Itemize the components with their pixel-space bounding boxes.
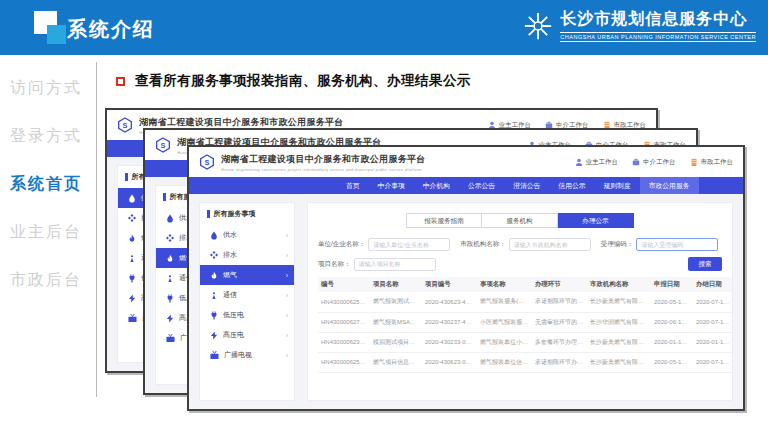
search-button[interactable]: 搜索 [688, 257, 722, 271]
sidebar-item-owner-backend[interactable]: 业主后台 [10, 222, 82, 243]
platform-title: 湖南省工程建设项目中介服务和市政公用服务平台 [139, 116, 344, 129]
briefcase-icon [632, 158, 640, 166]
tv-icon [128, 314, 137, 323]
search-form: 单位/企业名称： 市政机构名称： 受理编码： [318, 238, 722, 271]
content-panel: 报装服务指南 服务机构 办理公示 单位/企业名称： 市政机构名称： [307, 202, 733, 401]
service-item-gas[interactable]: 燃气› [200, 265, 294, 285]
service-item-high-voltage[interactable]: 高压电› [200, 325, 294, 345]
platform-logo-icon: S [155, 137, 171, 153]
nav-credit[interactable]: 信用公示 [549, 177, 594, 194]
nav-intermediary-matters[interactable]: 中介事项 [369, 177, 414, 194]
svg-text:S: S [205, 158, 210, 167]
sidebar-item-home[interactable]: 系统首页 [10, 174, 82, 195]
drainage-icon [210, 251, 218, 259]
top-banner: 系统介绍 长沙市规划信息服务中心 CHANGSHA URBAN PLANNING… [0, 0, 768, 55]
building-icon [690, 158, 698, 166]
sidebar-item-municipal-backend[interactable]: 市政后台 [10, 270, 82, 291]
platform-nav: 首页 中介事项 中介机构 公示公告 澄清公告 信用公示 规则制度 市政公用服务 [189, 177, 743, 194]
screenshot-window-front: S 湖南省工程建设项目中介服务和市政公用服务平台 Hunan engineeri… [187, 145, 745, 411]
field-company-name: 单位/企业名称： [318, 238, 450, 251]
service-sidebar-title: 所有服务事项 [207, 209, 294, 219]
nav-municipal-services[interactable]: 市政公用服务 [640, 177, 699, 194]
org-snowflake-icon [523, 11, 553, 41]
field-project-name: 项目名称： [318, 258, 436, 271]
user-icon [575, 158, 583, 166]
platform-logo-icon: S [199, 154, 215, 170]
org-block: 长沙市规划信息服务中心 CHANGSHA URBAN PLANNING INFO… [523, 9, 756, 42]
window-body: 所有服务事项 供水› 排水› 燃气› 通信› [189, 194, 743, 409]
field-acceptance-code: 受理编码： [601, 238, 719, 251]
heading-text: 查看所有服务事项报装指南、服务机构、办理结果公示 [135, 72, 471, 90]
flame-icon [128, 234, 136, 243]
bolt-icon [166, 314, 174, 323]
window-header: S 湖南省工程建设项目中介服务和市政公用服务平台 Hunan engineeri… [189, 147, 743, 177]
vertical-divider [96, 62, 97, 397]
plug-icon [166, 294, 174, 303]
results-table: 编号 项目名称 项目编号 事项名称 办理环节 市政机构名称 申报日期 办结日期 [318, 277, 733, 373]
nav-rules[interactable]: 规则制度 [595, 177, 640, 194]
table-row: HN430000625JUC…燃气项目信息测试 (202…2020-430623… [318, 352, 733, 372]
service-item-telecom[interactable]: 通信› [200, 285, 294, 305]
field-municipal-org-name: 市政机构名称： [460, 238, 591, 251]
company-name-input[interactable] [368, 238, 450, 251]
org-name-cn: 长沙市规划信息服务中心 [560, 9, 756, 30]
service-item-broadcast-tv[interactable]: 广播电视› [200, 345, 294, 365]
table-row: HN4300006233OC…模拟测试项目测试 (202…2020-430233… [318, 332, 733, 352]
flame-icon [166, 254, 174, 263]
bolt-icon [128, 294, 136, 303]
slide-title: 系统介绍 [67, 16, 155, 43]
sidebar-item-login[interactable]: 登录方式 [10, 126, 82, 147]
municipal-workbench-link[interactable]: 市政工作台 [690, 158, 734, 167]
antenna-icon [166, 274, 174, 283]
red-square-bullet-icon [116, 77, 125, 86]
slide: 系统介绍 长沙市规划信息服务中心 CHANGSHA URBAN PLANNING… [0, 0, 768, 432]
tv-icon [210, 351, 219, 360]
tv-icon [166, 334, 175, 343]
service-item-low-voltage[interactable]: 低压电› [200, 305, 294, 325]
bullet-heading: 查看所有服务事项报装指南、服务机构、办理结果公示 [116, 72, 471, 90]
antenna-icon [210, 291, 218, 300]
svg-text:S: S [123, 121, 128, 130]
nav-clarifications[interactable]: 澄清公告 [504, 177, 549, 194]
water-drop-icon [210, 231, 218, 240]
intermediary-workbench-link[interactable]: 中介工作台 [632, 158, 676, 167]
acceptance-code-input[interactable] [636, 238, 718, 251]
platform-title: 湖南省工程建设项目中介服务和市政公用服务平台 [221, 153, 426, 166]
service-item-water[interactable]: 供水› [200, 225, 294, 245]
service-item-drainage[interactable]: 排水› [200, 245, 294, 265]
flame-icon [210, 271, 218, 280]
plug-icon [210, 311, 218, 320]
nav-intermediary-orgs[interactable]: 中介机构 [414, 177, 459, 194]
service-sidebar: 所有服务事项 供水› 排水› 燃气› 通信› [199, 202, 295, 401]
antenna-icon [128, 254, 136, 263]
content-tabs: 报装服务指南 服务机构 办理公示 [318, 213, 722, 228]
svg-text:S: S [161, 141, 166, 150]
workbench-links: 业主工作台 中介工作台 市政工作台 [575, 158, 734, 167]
nav-announcements[interactable]: 公示公告 [459, 177, 504, 194]
table-row: HN4300006273TC…燃气报装MSA测试2020-430237-47-0… [318, 312, 733, 332]
table-header-row: 编号 项目名称 项目编号 事项名称 办理环节 市政机构名称 申报日期 办结日期 [318, 277, 733, 292]
tab-installation-guide[interactable]: 报装服务指南 [406, 213, 482, 228]
platform-logo-icon: S [117, 117, 133, 133]
tab-service-orgs[interactable]: 服务机构 [482, 213, 558, 228]
nav-home[interactable]: 首页 [337, 177, 369, 194]
drainage-icon [128, 214, 136, 222]
platform-subtitle: Hunan engineering construction project i… [221, 167, 426, 172]
tab-result-publicity[interactable]: 办理公示 [558, 213, 634, 228]
water-drop-icon [166, 214, 174, 223]
municipal-org-input[interactable] [509, 238, 591, 251]
bolt-icon [210, 331, 218, 340]
org-name-en: CHANGSHA URBAN PLANNING INFORMATION SERV… [560, 32, 756, 42]
table-row: HN430000625JUC…燃气报装测试项目12020-430623-47-0… [318, 292, 733, 312]
plug-icon [128, 274, 136, 283]
slide-logo-icon [34, 11, 70, 47]
project-name-input[interactable] [354, 258, 436, 271]
water-drop-icon [128, 194, 136, 203]
slide-side-nav: 访问方式 登录方式 系统首页 业主后台 市政后台 [10, 78, 82, 291]
drainage-icon [166, 234, 174, 242]
owner-workbench-link[interactable]: 业主工作台 [575, 158, 619, 167]
sidebar-item-access[interactable]: 访问方式 [10, 78, 82, 99]
